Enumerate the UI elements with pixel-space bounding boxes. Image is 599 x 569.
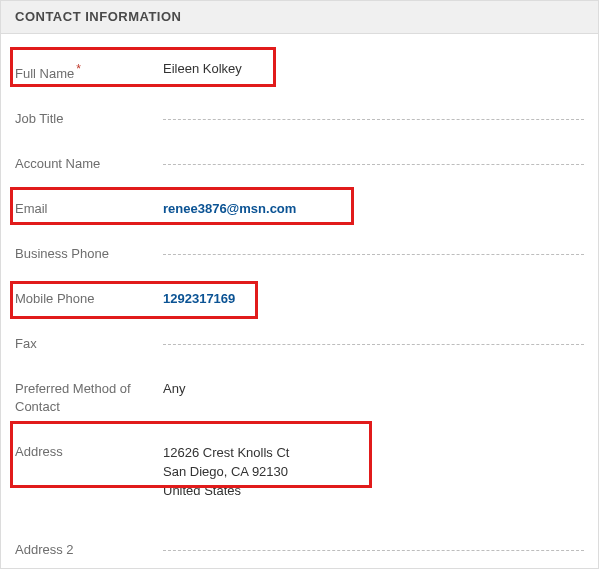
empty-indicator (163, 119, 584, 120)
value-address: 12626 Crest Knolls CtSan Diego, CA 92130… (163, 442, 584, 500)
value-wrap (163, 540, 584, 551)
label-text: Account Name (15, 156, 100, 171)
section-title: CONTACT INFORMATION (15, 9, 181, 24)
field-fax[interactable]: Fax (15, 321, 584, 366)
field-address-2[interactable]: Address 2 (15, 527, 584, 569)
value-wrap (163, 244, 584, 255)
empty-indicator (163, 550, 584, 551)
value-wrap (163, 334, 584, 345)
required-asterisk-icon: * (76, 62, 81, 76)
field-full-name[interactable]: Full Name* Eileen Kolkey (15, 46, 584, 96)
value-wrap (163, 154, 584, 165)
label-address: Address (15, 442, 163, 461)
label-text: Address 2 (15, 542, 74, 557)
label-mobile-phone: Mobile Phone (15, 289, 163, 308)
value-wrap: 12626 Crest Knolls CtSan Diego, CA 92130… (163, 442, 584, 500)
value-wrap: Eileen Kolkey (163, 59, 584, 78)
value-wrap: 1292317169 (163, 289, 584, 308)
empty-indicator (163, 254, 584, 255)
label-business-phone: Business Phone (15, 244, 163, 263)
label-text: Mobile Phone (15, 291, 95, 306)
section-header: CONTACT INFORMATION (1, 1, 598, 34)
label-address-2: Address 2 (15, 540, 163, 559)
value-wrap (163, 109, 584, 120)
label-text: Full Name (15, 66, 74, 81)
label-text: Address (15, 444, 63, 459)
field-preferred-method[interactable]: Preferred Method of Contact Any (15, 366, 584, 429)
empty-indicator (163, 164, 584, 165)
value-full-name: Eileen Kolkey (163, 59, 584, 78)
form-body: Full Name* Eileen Kolkey Job Title Accou… (1, 34, 598, 569)
label-full-name: Full Name* (15, 59, 163, 83)
label-text: Email (15, 201, 48, 216)
contact-information-panel: CONTACT INFORMATION Full Name* Eileen Ko… (0, 0, 599, 569)
label-text: Business Phone (15, 246, 109, 261)
value-wrap: renee3876@msn.com (163, 199, 584, 218)
label-job-title: Job Title (15, 109, 163, 128)
label-fax: Fax (15, 334, 163, 353)
field-email[interactable]: Email renee3876@msn.com (15, 186, 584, 231)
field-account-name[interactable]: Account Name (15, 141, 584, 186)
value-wrap: Any (163, 379, 584, 398)
field-job-title[interactable]: Job Title (15, 96, 584, 141)
label-text: Fax (15, 336, 37, 351)
label-email: Email (15, 199, 163, 218)
value-preferred-method: Any (163, 379, 584, 398)
label-text: Job Title (15, 111, 63, 126)
value-email[interactable]: renee3876@msn.com (163, 199, 584, 218)
label-text: Preferred Method of Contact (15, 381, 131, 414)
field-address[interactable]: Address 12626 Crest Knolls CtSan Diego, … (15, 429, 584, 513)
field-mobile-phone[interactable]: Mobile Phone 1292317169 (15, 276, 584, 321)
value-mobile-phone[interactable]: 1292317169 (163, 289, 584, 308)
label-preferred-method: Preferred Method of Contact (15, 379, 163, 416)
label-account-name: Account Name (15, 154, 163, 173)
empty-indicator (163, 344, 584, 345)
field-business-phone[interactable]: Business Phone (15, 231, 584, 276)
